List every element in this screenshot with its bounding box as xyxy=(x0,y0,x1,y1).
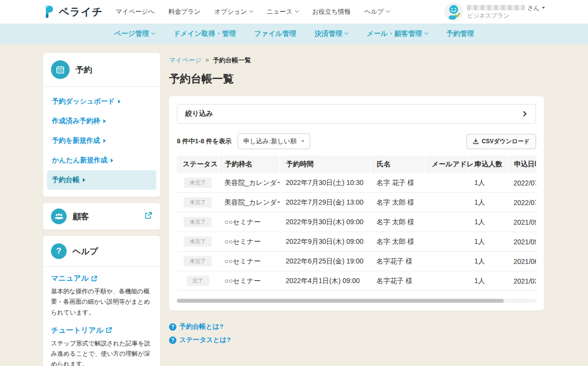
table-header-cell: 申込日時 xyxy=(508,156,536,173)
topnav-item[interactable]: ニュース xyxy=(267,7,298,16)
cell-email xyxy=(425,271,468,291)
sidebar-link[interactable]: 作成済み予約枠 xyxy=(47,111,156,131)
question-link[interactable]: ? ステータスとは? xyxy=(169,336,544,344)
cell-count: 1人 xyxy=(468,232,508,252)
status-badge: 未完了 xyxy=(184,236,212,247)
cell-reservation-time: 2022年7月29日(金) 13:00 xyxy=(280,193,370,212)
subnav-item[interactable]: 決済管理 xyxy=(315,29,348,38)
sidebar-link[interactable]: 予約を新規作成 xyxy=(47,131,156,151)
cell-name: 名字花子 様 xyxy=(370,252,425,271)
topnav-item[interactable]: お役立ち情報 xyxy=(312,7,351,16)
subnav-item[interactable]: 予約管理 xyxy=(446,29,474,38)
topnav-item[interactable]: マイページへ xyxy=(116,7,155,16)
cell-name: 名字 太郎 様 xyxy=(370,232,425,252)
chevron-right-icon xyxy=(521,111,526,116)
cell-name: 名字 花子 様 xyxy=(370,173,425,193)
sidebar-link[interactable]: 予約ダッシュボード xyxy=(47,92,156,111)
cell-slot-name: ○○セミナー xyxy=(219,212,280,232)
table-header-row: ステータス予約枠名予約時間氏名メールアドレス申込人数申込日時 xyxy=(177,156,536,173)
question-icon: ? xyxy=(169,323,176,331)
table-row[interactable]: 未完了 美容院_カレンダー 2022年7月29日(金) 13:00 名字 太郎 … xyxy=(177,193,536,212)
table-row[interactable]: 未完了 美容院_カレンダー 2022年7月30日(土) 10:30 名字 花子 … xyxy=(177,173,536,193)
sidebar-link[interactable]: 予約台帳 xyxy=(47,170,156,190)
caret-down-icon xyxy=(301,140,304,142)
cell-name: 名字 太郎 様 xyxy=(370,193,425,212)
help-link[interactable]: マニュアル xyxy=(51,274,98,283)
question-icon: ? xyxy=(51,243,67,259)
cell-slot-name: ○○セミナー xyxy=(219,271,280,291)
topnav-item[interactable]: ヘルプ xyxy=(364,7,390,16)
reservation-links: 予約ダッシュボード 作成済み予約枠 予約を新規作成 xyxy=(43,86,160,197)
csv-download-button[interactable]: CSVダウンロード xyxy=(466,134,536,149)
reservations-table: ステータス予約枠名予約時間氏名メールアドレス申込人数申込日時 未完了 美容院_カ… xyxy=(177,156,536,291)
subnav-item[interactable]: ファイル管理 xyxy=(254,29,296,38)
logo-text: ペライチ xyxy=(59,5,103,19)
cell-reservation-time: 2022年9月30日(木) 09:00 xyxy=(280,212,370,232)
cell-count: 1人 xyxy=(468,271,508,291)
cell-email xyxy=(425,212,468,232)
customer-card[interactable]: 顧客 xyxy=(43,203,160,230)
table-header-cell: ステータス xyxy=(177,156,219,173)
help-link[interactable]: チュートリアル xyxy=(51,326,112,335)
cell-name: 名字花子 様 xyxy=(370,271,425,291)
service-navigation: ページ管理 ドメイン取得・管理 ファイル管理 決済管理 メール・顧客管理 xyxy=(0,24,588,44)
topnav-item[interactable]: オプション xyxy=(214,7,253,16)
cell-applied-date: 2022/07/2 xyxy=(508,193,536,212)
people-icon xyxy=(51,209,67,224)
triangle-right-icon xyxy=(103,139,106,143)
screen: ペライチ マイページへ 料金プラン オプション xyxy=(0,0,588,366)
calendar-icon xyxy=(51,60,70,79)
cell-slot-name: ○○セミナー xyxy=(219,232,280,252)
reservation-card-title: 予約 xyxy=(75,64,92,76)
table-header-cell: 氏名 xyxy=(370,156,425,173)
cell-reservation-time: 2022年9月30日(木) 09:00 xyxy=(280,232,370,252)
table-row[interactable]: 未完了 ○○セミナー 2022年9月30日(木) 09:00 名字 太郎 様 1… xyxy=(177,232,536,252)
question-link[interactable]: ? 予約台帳とは? xyxy=(169,322,544,331)
user-plan-label: ビジネスプラン xyxy=(467,12,545,20)
cell-applied-date: 2022/07/2 xyxy=(508,173,536,193)
logo[interactable]: ペライチ xyxy=(43,4,103,19)
sidebar: 予約 予約ダッシュボード 作成済み予約枠 xyxy=(43,53,160,366)
horizontal-scrollbar-track xyxy=(177,299,536,303)
chevron-down-icon xyxy=(151,30,155,34)
sort-dropdown[interactable]: 申し込み:新しい順 xyxy=(238,133,311,149)
help-description: ステップ形式で解説された記事を読み進めることで、使い方の理解が深められます。 xyxy=(51,339,152,366)
external-link-icon xyxy=(144,211,152,222)
cell-slot-name: 美容院_カレンダー xyxy=(219,193,280,212)
subnav-item[interactable]: ドメイン取得・管理 xyxy=(173,29,236,38)
cell-applied-date: 2021/09/2 xyxy=(508,232,536,252)
table-header-cell: メールアドレス xyxy=(425,156,468,173)
help-item: マニュアル 基本的な操作の手順や、各機能の概要・各画面の細かい説明等がまとめられ… xyxy=(51,274,152,318)
filter-toggle[interactable]: 絞り込み xyxy=(177,104,536,124)
breadcrumb-separator: > xyxy=(205,57,209,64)
cell-email xyxy=(425,232,468,252)
subnav-item[interactable]: ページ管理 xyxy=(114,29,155,38)
chevron-down-icon xyxy=(386,8,390,12)
topnav-item[interactable]: 料金プラン xyxy=(169,7,201,16)
cell-slot-name: 美容院_カレンダー xyxy=(219,173,280,193)
table-row[interactable]: 完了 ○○セミナー 2022年4月1日(木) 09:00 名字花子 様 1人 2… xyxy=(177,271,536,291)
caret-down-icon xyxy=(542,7,545,9)
help-description: 基本的な操作の手順や、各機能の概要・各画面の細かい説明等がまとめられています。 xyxy=(51,287,152,318)
status-badge: 未完了 xyxy=(184,217,212,227)
breadcrumb-home[interactable]: マイページ xyxy=(169,56,201,65)
cell-name: 名字 太郎 様 xyxy=(370,212,425,232)
cell-count: 1人 xyxy=(468,252,508,271)
subnav-item[interactable]: メール・顧客管理 xyxy=(367,29,428,38)
reservation-card: 予約 予約ダッシュボード 作成済み予約枠 xyxy=(43,53,160,197)
page-title: 予約台帳一覧 xyxy=(169,72,544,86)
table-row[interactable]: 未完了 ○○セミナー 2022年9月30日(木) 09:00 名字 太郎 様 1… xyxy=(177,212,536,232)
external-link-icon xyxy=(91,275,98,282)
help-body: マニュアル 基本的な操作の手順や、各機能の概要・各画面の細かい説明等がまとめられ… xyxy=(43,266,160,366)
question-icon: ? xyxy=(169,337,176,344)
top-navigation: マイページへ 料金プラン オプション ニュース xyxy=(116,7,390,16)
chevron-down-icon xyxy=(344,30,348,34)
help-card-title: ヘルプ xyxy=(73,246,98,257)
user-menu[interactable]: さん ビジネスプラン xyxy=(444,2,545,21)
table-controls: 8 件中1-8 件を表示 申し込み:新しい順 CSVダウンロード xyxy=(177,133,536,149)
result-count: 8 件中1-8 件を表示 xyxy=(177,137,232,146)
table-row[interactable]: 未完了 ○○セミナー 2022年6月25日(金) 19:00 名字花子 様 1人… xyxy=(177,252,536,271)
sidebar-link[interactable]: かんたん新規作成 xyxy=(47,151,156,170)
triangle-right-icon xyxy=(83,178,85,182)
horizontal-scrollbar-thumb[interactable] xyxy=(177,299,504,303)
